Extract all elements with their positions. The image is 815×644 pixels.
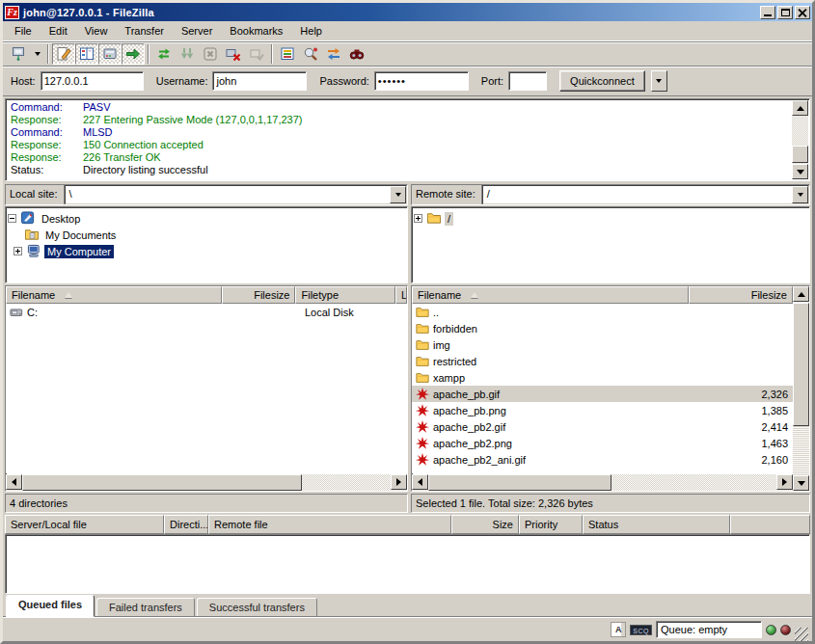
column-header-server-local-file[interactable]: Server/Local file — [5, 515, 164, 534]
username-input[interactable] — [212, 71, 307, 91]
host-input[interactable] — [41, 71, 144, 91]
menu-server[interactable]: Server — [173, 22, 221, 40]
scroll-down-button[interactable] — [792, 164, 808, 179]
menu-transfer[interactable]: Transfer — [116, 22, 173, 40]
column-header-direction[interactable]: Directi... — [164, 515, 208, 534]
column-header-remote-file[interactable]: Remote file — [208, 515, 451, 534]
site-manager-button[interactable] — [7, 43, 30, 65]
scroll-down-button[interactable] — [793, 475, 809, 491]
scroll-up-button[interactable] — [792, 100, 808, 116]
scroll-left-button[interactable] — [6, 474, 22, 490]
menu-view[interactable]: View — [76, 22, 117, 40]
remote-site-dropdown-button[interactable] — [792, 186, 808, 203]
remote-file-row[interactable]: apache_pb2.png 1,463 — [412, 435, 793, 451]
column-header-filetype[interactable]: Filetype — [295, 286, 395, 304]
file-name: restricted — [433, 356, 476, 367]
expand-expander-icon[interactable] — [14, 247, 22, 255]
menu-help[interactable]: Help — [291, 22, 331, 40]
toggle-remote-tree-button[interactable] — [98, 43, 122, 65]
tree-item-my-computer[interactable]: My Computer — [8, 243, 405, 259]
column-header-last-modified[interactable]: L — [395, 286, 407, 304]
folder-icon — [415, 371, 430, 385]
minimize-icon — [764, 14, 772, 16]
resize-grip[interactable] — [795, 628, 808, 641]
tree-item-desktop[interactable]: Desktop — [8, 210, 405, 227]
scroll-up-button[interactable] — [793, 286, 809, 302]
remote-file-row[interactable]: apache_pb2_ani.gif 2,160 — [412, 451, 793, 468]
scroll-right-button[interactable] — [391, 474, 407, 490]
remote-pane: Remote site: / / Filename Filesize — [411, 184, 810, 513]
minimize-button[interactable] — [760, 6, 775, 19]
remote-site-combo[interactable]: / — [482, 185, 809, 204]
maximize-icon — [781, 9, 790, 16]
menu-edit[interactable]: Edit — [41, 22, 76, 40]
refresh-button[interactable] — [152, 43, 176, 65]
queue-list[interactable] — [5, 534, 810, 594]
remote-file-row[interactable]: .. — [412, 304, 793, 320]
directory-listing-filter-button[interactable] — [276, 43, 299, 65]
menu-file[interactable]: File — [6, 22, 41, 40]
remote-file-row[interactable]: apache_pb2.gif 2,414 — [412, 418, 793, 435]
remote-file-row[interactable]: apache_pb.png 1,385 — [412, 402, 793, 418]
synchronized-browsing-button[interactable] — [322, 43, 345, 65]
directory-comparison-button[interactable] — [299, 43, 322, 65]
local-site-combo[interactable]: \ — [65, 185, 407, 204]
maximize-button[interactable] — [777, 6, 793, 19]
toggle-message-log-button[interactable] — [52, 43, 75, 65]
quickconnect-button[interactable]: Quickconnect — [559, 70, 645, 92]
arrow-right-icon — [782, 478, 787, 486]
message-log-lines: Command:PASV Response:227 Entering Passi… — [6, 99, 809, 178]
apache-feather-icon — [415, 437, 430, 450]
remote-horizontal-scrollbar[interactable] — [412, 474, 793, 491]
remote-file-row[interactable]: img — [412, 336, 793, 353]
remote-file-row-selected[interactable]: apache_pb.gif 2,326 — [412, 386, 793, 402]
local-file-row[interactable]: C: Local Disk — [6, 304, 407, 320]
scrollbar-thumb[interactable] — [792, 146, 808, 163]
scroll-right-button[interactable] — [776, 474, 793, 490]
port-input[interactable] — [508, 71, 547, 91]
scroll-left-button[interactable] — [412, 474, 428, 490]
column-header-filename[interactable]: Filename — [412, 286, 689, 304]
column-header-size[interactable]: Size — [451, 515, 519, 534]
file-name: img — [433, 339, 450, 351]
disconnect-button[interactable] — [222, 43, 245, 65]
remote-file-row[interactable]: restricted — [412, 353, 793, 369]
toggle-transfer-queue-button[interactable] — [122, 43, 145, 65]
tab-failed-transfers[interactable]: Failed transfers — [96, 598, 195, 617]
local-horizontal-scrollbar[interactable] — [6, 474, 407, 491]
quickconnect-dropdown-button[interactable] — [651, 70, 667, 92]
column-header-filename[interactable]: Filename — [6, 286, 222, 304]
remote-file-row[interactable]: forbidden — [412, 320, 793, 336]
site-manager-dropdown-button[interactable] — [30, 43, 44, 65]
tab-queued-files[interactable]: Queued files — [6, 595, 95, 617]
apache-feather-icon — [415, 420, 430, 434]
log-vertical-scrollbar[interactable] — [792, 100, 808, 179]
cancel-operation-button[interactable] — [199, 43, 222, 65]
remote-file-row[interactable]: xampp — [412, 369, 793, 386]
collapse-expander-icon[interactable] — [8, 214, 16, 223]
expand-expander-icon[interactable] — [414, 214, 422, 223]
tree-item-my-documents[interactable]: My Documents — [8, 227, 405, 243]
log-line: Response:226 Transfer OK — [11, 151, 790, 164]
quickconnect-bar: Host: Username: Password: Port: Quickcon… — [3, 67, 812, 96]
process-queue-button[interactable] — [176, 43, 199, 65]
scrollbar-thumb[interactable] — [22, 474, 302, 491]
close-button[interactable] — [795, 6, 810, 19]
find-files-button[interactable] — [345, 43, 368, 65]
column-header-status[interactable]: Status — [583, 515, 730, 534]
scrollbar-thumb[interactable] — [428, 474, 611, 491]
column-header-filesize[interactable]: Filesize — [222, 286, 296, 304]
reconnect-button[interactable] — [245, 43, 268, 65]
password-input[interactable] — [374, 71, 469, 91]
local-site-dropdown-button[interactable] — [390, 186, 406, 203]
status-bar: A SCQ Queue: empty — [3, 617, 812, 641]
local-file-list: Filename Filesize Filetype L C: Local — [5, 285, 408, 492]
remote-vertical-scrollbar[interactable] — [793, 286, 809, 491]
menu-bookmarks[interactable]: Bookmarks — [221, 22, 291, 40]
column-header-filesize[interactable]: Filesize — [689, 286, 793, 304]
column-header-priority[interactable]: Priority — [519, 515, 583, 534]
scrollbar-thumb[interactable] — [793, 303, 809, 426]
tab-successful-transfers[interactable]: Successful transfers — [197, 598, 317, 617]
toggle-local-tree-button[interactable] — [75, 43, 98, 65]
tree-item-root[interactable]: / — [414, 210, 807, 227]
